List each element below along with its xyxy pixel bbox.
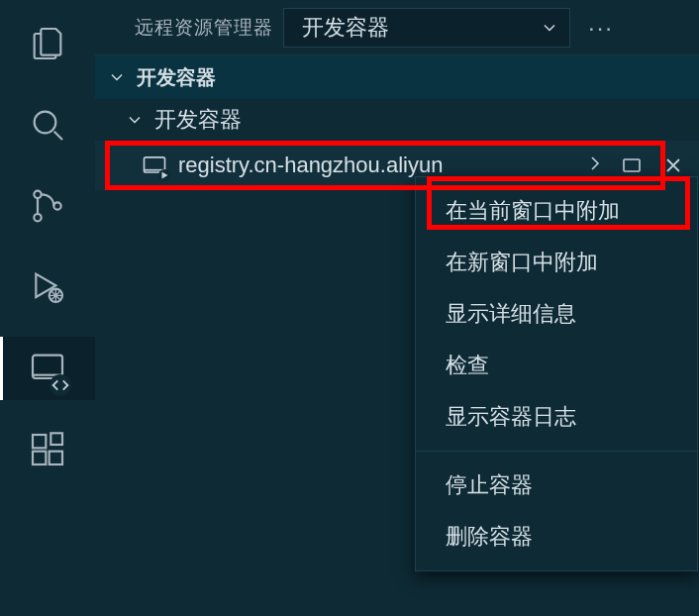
chevron-down-icon	[107, 67, 127, 87]
svg-point-4	[53, 202, 60, 209]
dropdown-value: 开发容器	[302, 13, 389, 43]
files-icon	[28, 24, 67, 63]
svg-point-3	[34, 214, 41, 221]
activity-scm[interactable]	[0, 174, 95, 238]
activity-remote-explorer[interactable]	[0, 337, 95, 400]
svg-rect-14	[624, 159, 640, 171]
activity-explorer[interactable]	[0, 12, 95, 75]
chevron-down-icon	[540, 18, 559, 38]
new-window-icon[interactable]	[620, 154, 644, 177]
menu-remove-container[interactable]: 删除容器	[416, 511, 697, 563]
open-window-icon[interactable]	[578, 154, 602, 177]
close-icon[interactable]	[661, 154, 685, 177]
tree-item-label: registry.cn-hangzhou.aliyun	[178, 153, 443, 178]
activity-debug[interactable]	[0, 256, 95, 319]
panel-header: 远程资源管理器 开发容器 ···	[95, 0, 699, 55]
remote-badge-icon	[50, 374, 71, 396]
chevron-down-icon	[125, 110, 145, 130]
svg-point-2	[34, 191, 41, 198]
activity-extensions[interactable]	[0, 418, 95, 481]
svg-rect-9	[33, 452, 46, 464]
activity-bar	[0, 0, 95, 616]
tree-group-dev-containers[interactable]: 开发容器	[95, 99, 699, 141]
menu-show-details[interactable]: 显示详细信息	[416, 288, 697, 340]
menu-inspect[interactable]: 检查	[416, 340, 697, 391]
panel-title: 远程资源管理器	[135, 15, 273, 41]
tree-group-label: 开发容器	[154, 105, 242, 135]
svg-line-1	[54, 132, 62, 140]
panel-more-actions[interactable]: ···	[580, 14, 622, 42]
context-menu: 在当前窗口中附加 在新窗口中附加 显示详细信息 检查 显示容器日志 停止容器 删…	[415, 176, 698, 571]
extensions-icon	[28, 430, 67, 469]
svg-point-0	[35, 112, 56, 134]
menu-show-logs[interactable]: 显示容器日志	[416, 391, 697, 443]
debug-run-icon	[28, 267, 67, 307]
menu-stop-container[interactable]: 停止容器	[416, 460, 697, 511]
menu-attach-current-window[interactable]: 在当前窗口中附加	[416, 185, 697, 237]
search-icon	[28, 105, 67, 145]
svg-rect-11	[50, 433, 62, 445]
svg-rect-8	[33, 435, 46, 448]
vm-running-icon	[141, 152, 168, 179]
remote-type-dropdown[interactable]: 开发容器	[283, 8, 570, 48]
menu-separator	[416, 451, 697, 452]
section-dev-containers[interactable]: 开发容器	[95, 55, 699, 99]
activity-search[interactable]	[0, 93, 95, 156]
menu-attach-new-window[interactable]: 在新窗口中附加	[416, 237, 697, 288]
svg-rect-10	[50, 452, 62, 464]
section-label: 开发容器	[137, 64, 216, 91]
source-control-icon	[28, 186, 67, 226]
